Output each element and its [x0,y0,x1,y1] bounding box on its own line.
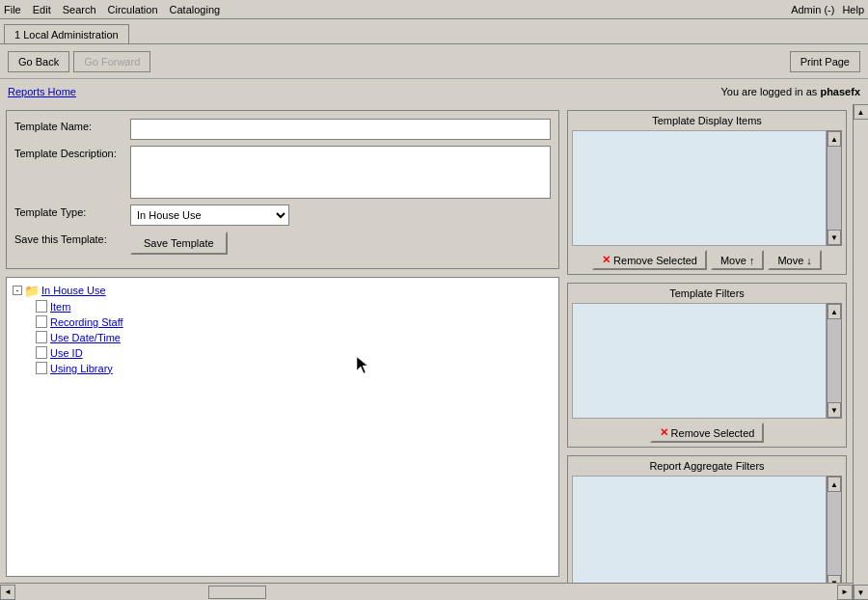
tree-expander-root[interactable]: - [13,286,22,295]
v-scroll-up[interactable]: ▲ [854,104,869,120]
form-area: Template Name: Template Description: Tem… [6,110,559,269]
h-scroll-thumb[interactable] [208,586,266,599]
display-items-panel: Template Display Items ▲ ▼ ✕ [567,110,847,275]
user-info-prefix: You are logged in as [720,86,817,97]
h-scroll-left[interactable]: ◄ [0,585,15,600]
display-items-scroll-down[interactable]: ▼ [827,230,841,245]
template-type-select[interactable]: In House Use Circulation Holds Money Pat… [130,205,289,226]
tree-link-recording-staff[interactable]: Recording Staff [50,316,123,328]
save-template-label: Save this Template: [14,232,130,245]
h-scroll-right[interactable]: ► [837,585,853,600]
save-template-row: Save this Template: Save Template [14,232,551,255]
right-panel: Template Display Items ▲ ▼ ✕ [567,110,847,577]
content-area: Template Name: Template Description: Tem… [0,104,868,600]
left-panel: Template Name: Template Description: Tem… [6,110,559,577]
aggregate-scroll-track [827,492,841,575]
display-items-list [572,130,827,246]
tree-link-using-library[interactable]: Using Library [50,363,113,374]
menu-file[interactable]: File [4,4,21,15]
template-description-input[interactable] [130,146,551,199]
menubar: File Edit Search Circulation Cataloging … [0,0,868,19]
aggregate-filters-list [572,476,827,591]
template-name-row: Template Name: [14,119,551,140]
menu-cataloging[interactable]: Cataloging [170,4,221,15]
tree-link-use-id[interactable]: Use ID [50,347,83,359]
tree-link-use-date-time[interactable]: Use Date/Time [50,332,121,343]
filters-panel: Template Filters ▲ ▼ ✕ [567,283,847,448]
template-name-label: Template Name: [14,119,130,132]
menu-circulation[interactable]: Circulation [108,4,158,15]
filters-remove-btn[interactable]: ✕ Remove Selected [650,423,765,443]
tree-node-using-library: Using Library [13,362,553,374]
template-name-input[interactable] [130,119,551,140]
display-items-remove-btn[interactable]: ✕ Remove Selected [592,250,707,270]
menubar-right: Admin (-) Help [791,4,864,15]
go-back-button[interactable]: Go Back [8,51,69,72]
menu-admin[interactable]: Admin (-) [791,4,834,15]
display-items-remove-label: Remove Selected [613,255,697,266]
remove-x-icon: ✕ [602,254,610,266]
filters-remove-label: Remove Selected [671,427,755,439]
save-template-button[interactable]: Save Template [130,232,228,255]
tab-local-admin[interactable]: 1 Local Administration [4,24,129,43]
go-forward-button[interactable]: Go Forward [73,51,150,72]
menubar-left: File Edit Search Circulation Cataloging [4,4,220,15]
filters-x-icon: ✕ [660,426,668,439]
filters-scroll-track [827,319,841,402]
bottom-scrollbar: ◄ ► [0,583,853,600]
right-scrollbar: ▲ ▼ [853,104,868,600]
menu-help[interactable]: Help [842,4,864,15]
breadcrumb-bar: Reports Home You are logged in as phasef… [0,79,868,104]
tree-node-root: - 📁 In House Use [13,284,553,297]
print-page-button[interactable]: Print Page [790,51,860,72]
v-scroll-down[interactable]: ▼ [854,585,869,600]
menu-edit[interactable]: Edit [33,4,51,15]
tree-node-use-date-time: Use Date/Time [13,331,553,343]
filters-list [572,303,827,419]
filters-scroll-down[interactable]: ▼ [827,402,841,418]
filters-title: Template Filters [568,284,846,303]
template-description-label: Template Description: [14,146,130,159]
doc-icon-use-id [36,346,47,359]
display-items-scroll-track [827,147,841,230]
user-info: You are logged in as phasefx [720,86,860,97]
display-items-title: Template Display Items [568,111,846,130]
display-items-move-down-btn[interactable]: Move ↓ [768,250,821,270]
tree-node-recording-staff: Recording Staff [13,315,553,328]
doc-icon-item [36,300,47,313]
template-type-row: Template Type: In House Use Circulation … [14,205,551,226]
tree-area: - 📁 In House Use Item Recording Staff [6,277,559,577]
display-items-list-wrapper: ▲ ▼ [572,130,842,246]
aggregate-filters-scrollbar: ▲ ▼ [827,476,842,591]
filters-scrollbar: ▲ ▼ [827,303,842,419]
display-items-scrollbar: ▲ ▼ [827,130,842,246]
doc-icon-use-date-time [36,331,47,343]
menu-search[interactable]: Search [63,4,96,15]
h-scroll-track [15,585,837,600]
username: phasefx [820,86,860,97]
display-items-move-up-btn[interactable]: Move ↑ [711,250,764,270]
tree-link-item[interactable]: Item [50,301,70,313]
app-wrapper: File Edit Search Circulation Cataloging … [0,0,868,600]
filters-buttons: ✕ Remove Selected [568,419,846,447]
doc-icon-using-library [36,362,47,374]
template-type-label: Template Type: [14,205,130,218]
tabbar: 1 Local Administration [0,19,868,44]
aggregate-filters-panel: Report Aggregate Filters ▲ ▼ [567,455,847,592]
tree-node-item: Item [13,300,553,313]
display-items-buttons: ✕ Remove Selected Move ↑ Move ↓ [568,246,846,274]
inner-content: Template Name: Template Description: Tem… [0,104,853,600]
doc-icon-recording-staff [36,315,47,328]
aggregate-filters-title: Report Aggregate Filters [568,456,846,476]
display-items-scroll-up[interactable]: ▲ [827,131,841,147]
breadcrumb[interactable]: Reports Home [8,86,76,97]
tree-link-in-house-use[interactable]: In House Use [41,285,106,296]
filters-scroll-up[interactable]: ▲ [827,304,841,319]
toolbar: Go Back Go Forward Print Page [0,44,868,79]
aggregate-scroll-up[interactable]: ▲ [827,477,841,492]
toolbar-left: Go Back Go Forward [8,51,150,72]
tree-node-use-id: Use ID [13,346,553,359]
template-description-row: Template Description: [14,146,551,199]
filters-list-wrapper: ▲ ▼ [572,303,842,419]
aggregate-filters-list-wrapper: ▲ ▼ [572,476,842,591]
